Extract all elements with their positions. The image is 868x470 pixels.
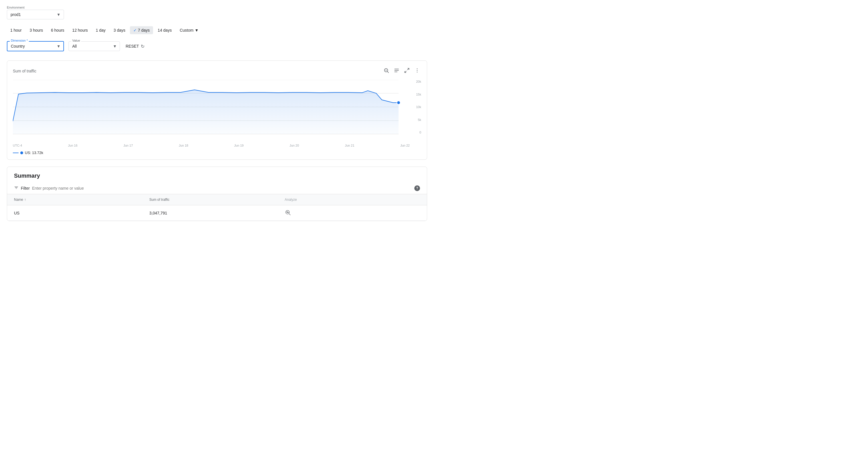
row-analyze[interactable] [285, 209, 420, 216]
dimension-label: Dimension * [10, 39, 29, 42]
time-btn-1h[interactable]: 1 hour [7, 26, 25, 34]
row-name: US [14, 211, 149, 215]
chart-svg [13, 80, 421, 137]
dimension-value: Country [11, 44, 25, 48]
svg-line-19 [289, 213, 290, 215]
y-label-20k: 20k [411, 80, 421, 83]
time-btn-14d[interactable]: 14 days [154, 26, 175, 34]
chart-fullscreen-button[interactable] [403, 66, 411, 75]
x-label-jun18: Jun 18 [179, 144, 188, 147]
table-header-traffic: Sum of traffic [149, 198, 285, 202]
y-label-10k: 10k [411, 105, 421, 109]
svg-line-6 [407, 68, 409, 70]
chart-zoom-button[interactable] [382, 66, 390, 75]
chart-legend: US: 13.72k [13, 150, 421, 155]
x-label-jun21: Jun 21 [345, 144, 354, 147]
table-header-analyze: Analyze [285, 198, 420, 202]
value-value: All [72, 44, 77, 48]
y-label-0: 0 [411, 131, 421, 134]
chart-actions [382, 66, 421, 75]
environment-select[interactable]: prod1 prod2 staging [7, 10, 64, 20]
svg-point-10 [417, 72, 418, 73]
value-label: Value [71, 39, 81, 42]
time-btn-7d[interactable]: ✓7 days [130, 26, 153, 34]
chart-title: Sum of traffic [13, 69, 36, 73]
chart-legend-button[interactable] [393, 66, 401, 75]
svg-line-1 [388, 72, 389, 73]
time-btn-12h[interactable]: 12 hours [69, 26, 91, 34]
table-header-name: Name ↑ [14, 198, 149, 202]
filters-row: Dimension * Country ▼ Value All ▼ RESET … [7, 41, 427, 51]
time-btn-6h[interactable]: 6 hours [48, 26, 68, 34]
summary-section: Summary Filter ? Name ↑ Sum of traffic A… [7, 167, 427, 221]
x-label-jun22: Jun 22 [400, 144, 410, 147]
time-btn-custom[interactable]: Custom ▼ [176, 26, 202, 34]
dimension-select-wrapper[interactable]: Dimension * Country ▼ [7, 41, 64, 51]
environment-section: Environment prod1 prod2 staging ▼ [7, 6, 427, 20]
chart-area: 20k 15k 10k 5k 0 [13, 80, 421, 143]
time-btn-3d[interactable]: 3 days [110, 26, 129, 34]
reset-label: RESET [126, 44, 139, 48]
chart-section: Sum of traffic [7, 61, 427, 160]
table-header: Name ↑ Sum of traffic Analyze [7, 194, 427, 205]
filter-bar: Filter ? [7, 182, 427, 194]
svg-marker-16 [13, 90, 399, 134]
legend-line [13, 153, 19, 153]
analyze-icon[interactable] [285, 209, 291, 215]
page-container: Environment prod1 prod2 staging ▼ 1 hour… [0, 0, 434, 227]
x-label-jun17: Jun 17 [123, 144, 133, 147]
check-icon: ✓ [133, 28, 137, 33]
chart-x-axis: UTC-4 Jun 16 Jun 17 Jun 18 Jun 19 Jun 20… [13, 144, 421, 147]
x-label-jun20: Jun 20 [289, 144, 299, 147]
chart-y-axis: 20k 15k 10k 5k 0 [411, 80, 421, 134]
time-range-section: 1 hour 3 hours 6 hours 12 hours 1 day 3 … [7, 26, 427, 34]
legend-text: US: 13.72k [25, 150, 43, 155]
environment-label: Environment [7, 6, 427, 9]
chart-header: Sum of traffic [13, 66, 421, 75]
value-select-wrapper[interactable]: Value All ▼ [68, 41, 120, 51]
time-btn-1d[interactable]: 1 day [93, 26, 109, 34]
environment-select-wrapper: prod1 prod2 staging ▼ [7, 10, 64, 20]
time-btn-3h[interactable]: 3 hours [26, 26, 46, 34]
x-label-jun19: Jun 19 [234, 144, 244, 147]
chart-more-button[interactable] [413, 66, 421, 75]
table-row: US 3,047,791 [7, 205, 427, 221]
filter-icon [14, 186, 19, 191]
svg-point-9 [417, 70, 418, 71]
filter-input[interactable] [32, 186, 412, 191]
reset-icon: ↻ [141, 44, 145, 49]
svg-line-7 [405, 71, 407, 73]
dimension-dropdown-icon: ▼ [57, 44, 61, 48]
y-label-5k: 5k [411, 118, 421, 122]
legend-dot [20, 152, 23, 154]
sort-icon[interactable]: ↑ [24, 198, 26, 202]
custom-dropdown-icon: ▼ [195, 28, 199, 33]
reset-button[interactable]: RESET ↻ [124, 41, 146, 51]
svg-point-8 [417, 68, 418, 69]
filter-label: Filter [21, 186, 30, 191]
x-label-utc: UTC-4 [13, 144, 22, 147]
value-dropdown-icon: ▼ [113, 44, 117, 48]
filter-help-button[interactable]: ? [414, 186, 420, 191]
svg-point-17 [397, 101, 400, 104]
summary-title: Summary [7, 167, 427, 182]
x-label-jun16: Jun 16 [68, 144, 78, 147]
row-traffic: 3,047,791 [149, 211, 285, 215]
y-label-15k: 15k [411, 93, 421, 96]
